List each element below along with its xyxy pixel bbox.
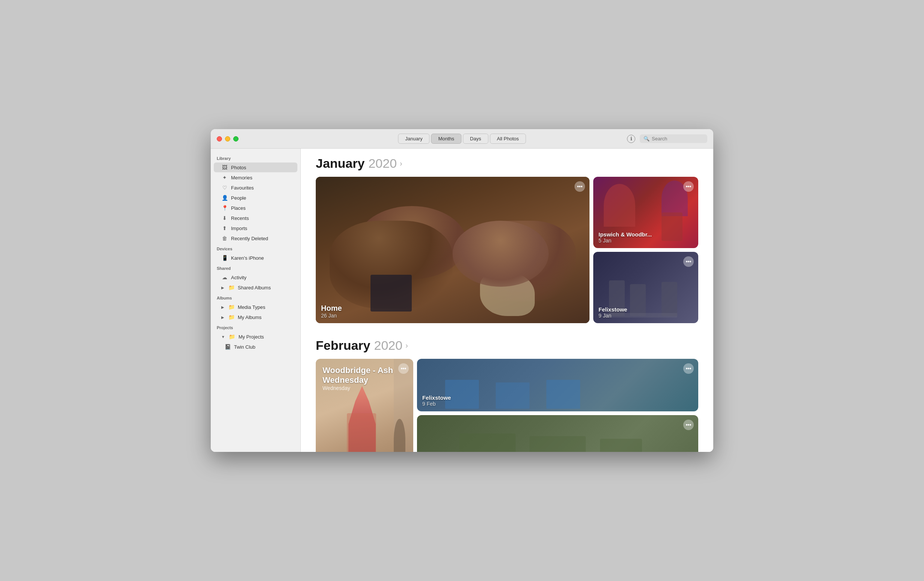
jan-home-more-button[interactable]: ••• xyxy=(574,181,585,192)
twin-club-icon: 📓 xyxy=(224,344,231,350)
expand-arrow-shared-albums: ▶ xyxy=(221,286,224,290)
library-section-label: Library xyxy=(211,153,300,162)
sidebar-item-media-types[interactable]: ▶ 📁 Media Types xyxy=(214,302,297,312)
sidebar-item-photos[interactable]: 🖼 Photos xyxy=(214,162,297,172)
sidebar-activity-label: Activity xyxy=(231,275,246,280)
devices-section-label: Devices xyxy=(211,243,300,253)
sidebar-item-karens-iphone[interactable]: 📱 Karen's iPhone xyxy=(214,253,297,263)
places-icon: 📍 xyxy=(221,205,228,211)
tab-months[interactable]: Months xyxy=(431,134,462,144)
feb-woodbridge-album[interactable]: Woodbridge - Ash Wednesday Wednesday ••• xyxy=(316,359,413,452)
minimize-button[interactable] xyxy=(225,136,230,141)
trash-icon: 🗑 xyxy=(221,235,228,241)
sidebar-item-recents[interactable]: ⬇ Recents xyxy=(214,213,297,223)
sidebar-item-recently-deleted[interactable]: 🗑 Recently Deleted xyxy=(214,233,297,243)
january-heading[interactable]: January 2020 › xyxy=(316,156,698,171)
jan-home-album[interactable]: Home 26 Jan ••• xyxy=(316,177,589,323)
jan-felixstowe-album[interactable]: Felixstowe 9 Jan ••• xyxy=(593,252,698,323)
feb-woodbridge-more-button[interactable]: ••• xyxy=(398,363,409,374)
albums-section-label: Albums xyxy=(211,293,300,302)
sidebar-favourites-label: Favourites xyxy=(231,185,254,191)
expand-arrow-my-albums: ▶ xyxy=(221,315,224,319)
my-projects-icon: 📁 xyxy=(229,334,236,340)
memories-icon: ✦ xyxy=(221,174,228,180)
january-section: January 2020 › xyxy=(316,156,698,323)
tab-all-photos[interactable]: All Photos xyxy=(490,134,526,144)
projects-section-label: Projects xyxy=(211,323,300,331)
sidebar: Library 🖼 Photos ✦ Memories ♡ Favourites… xyxy=(211,149,301,452)
february-photo-grid: Felixstowe 9 Feb ••• xyxy=(316,359,698,452)
sidebar-item-twin-club[interactable]: 📓 Twin Club xyxy=(214,342,297,352)
sidebar-media-types-label: Media Types xyxy=(238,305,265,310)
jan-home-date: 26 Jan xyxy=(321,313,342,319)
people-icon: 👤 xyxy=(221,195,228,201)
shared-albums-icon: 📁 xyxy=(228,285,235,290)
sidebar-item-imports[interactable]: ⬆ Imports xyxy=(214,223,297,233)
tab-days[interactable]: Days xyxy=(463,134,488,144)
feb-felixstowe-title: Felixstowe xyxy=(422,394,451,401)
shared-section-label: Shared xyxy=(211,263,300,272)
feb-home-ipswich-more-button[interactable]: ••• xyxy=(683,420,694,430)
jan-ipswich-label: Ipswich & Woodbr... 5 Jan xyxy=(593,227,657,248)
main-layout: Library 🖼 Photos ✦ Memories ♡ Favourites… xyxy=(211,149,713,452)
jan-home-label: Home 26 Jan xyxy=(316,300,347,323)
sidebar-item-shared-albums[interactable]: ▶ 📁 Shared Albums xyxy=(214,283,297,292)
view-tabs: January Months Days All Photos xyxy=(398,134,526,144)
feb-felixstowe-label: Felixstowe 9 Feb xyxy=(417,390,456,411)
feb-home-ipswich-title: Home & Ipswich xyxy=(422,451,466,452)
info-button[interactable]: ℹ xyxy=(627,135,635,143)
sidebar-item-my-albums[interactable]: ▶ 📁 My Albums xyxy=(214,312,297,322)
sidebar-item-memories[interactable]: ✦ Memories xyxy=(214,173,297,182)
photos-icon: 🖼 xyxy=(221,164,228,170)
favourites-icon: ♡ xyxy=(221,185,228,191)
sidebar-item-my-projects[interactable]: ▼ 📁 My Projects xyxy=(214,332,297,341)
feb-felixstowe-date: 9 Feb xyxy=(422,401,451,407)
feb-home-ipswich-label: Home & Ipswich 10 Feb xyxy=(417,446,471,452)
february-arrow-icon: › xyxy=(405,341,408,350)
jan-felixstowe-date: 9 Jan xyxy=(599,313,627,319)
jan-ipswich-title: Ipswich & Woodbr... xyxy=(599,231,652,238)
sidebar-recents-label: Recents xyxy=(231,215,249,221)
search-icon: 🔍 xyxy=(644,136,650,141)
imports-icon: ⬆ xyxy=(221,225,228,231)
february-section: February 2020 › Felixstowe xyxy=(316,338,698,452)
media-types-icon: 📁 xyxy=(228,304,235,310)
feb-felixstowe-more-button[interactable]: ••• xyxy=(683,363,694,374)
titlebar: January Months Days All Photos ℹ 🔍 xyxy=(211,129,713,149)
sidebar-my-projects-label: My Projects xyxy=(239,334,264,340)
sidebar-my-albums-label: My Albums xyxy=(238,315,262,320)
titlebar-right: ℹ 🔍 xyxy=(627,134,707,143)
info-icon: ℹ xyxy=(630,136,632,141)
jan-home-title: Home xyxy=(321,304,342,313)
sidebar-item-places[interactable]: 📍 Places xyxy=(214,203,297,213)
february-month-title: February xyxy=(316,338,371,353)
recents-icon: ⬇ xyxy=(221,215,228,221)
expand-arrow-my-projects: ▼ xyxy=(221,335,225,339)
sidebar-item-favourites[interactable]: ♡ Favourites xyxy=(214,183,297,192)
february-heading[interactable]: February 2020 › xyxy=(316,338,698,353)
jan-felixstowe-title: Felixstowe xyxy=(599,306,627,313)
january-photo-grid: Home 26 Jan ••• xyxy=(316,177,698,323)
fullscreen-button[interactable] xyxy=(233,136,239,141)
sidebar-item-people[interactable]: 👤 People xyxy=(214,193,297,203)
tab-years[interactable]: January xyxy=(398,134,429,144)
jan-ipswich-date: 5 Jan xyxy=(599,238,652,243)
january-month-title: January xyxy=(316,156,365,171)
jan-ipswich-more-button[interactable]: ••• xyxy=(683,181,694,192)
traffic-lights xyxy=(217,136,239,141)
feb-home-ipswich-album[interactable]: Home & Ipswich 10 Feb ••• xyxy=(417,415,698,452)
photos-app-window: January Months Days All Photos ℹ 🔍 Libra… xyxy=(211,129,713,452)
jan-ipswich-album[interactable]: Ipswich & Woodbr... 5 Jan ••• xyxy=(593,177,698,248)
jan-felixstowe-more-button[interactable]: ••• xyxy=(683,257,694,267)
search-input[interactable] xyxy=(652,136,701,141)
sidebar-item-activity[interactable]: ☁ Activity xyxy=(214,273,297,282)
sidebar-recently-deleted-label: Recently Deleted xyxy=(231,236,268,241)
sidebar-photos-label: Photos xyxy=(231,165,246,170)
sidebar-twin-club-label: Twin Club xyxy=(234,344,256,350)
my-albums-icon: 📁 xyxy=(228,314,235,320)
sidebar-places-label: Places xyxy=(231,205,246,211)
close-button[interactable] xyxy=(217,136,222,141)
search-box[interactable]: 🔍 xyxy=(640,134,707,143)
feb-felixstowe-album[interactable]: Felixstowe 9 Feb ••• xyxy=(417,359,698,411)
jan-felixstowe-label: Felixstowe 9 Jan xyxy=(593,302,633,323)
